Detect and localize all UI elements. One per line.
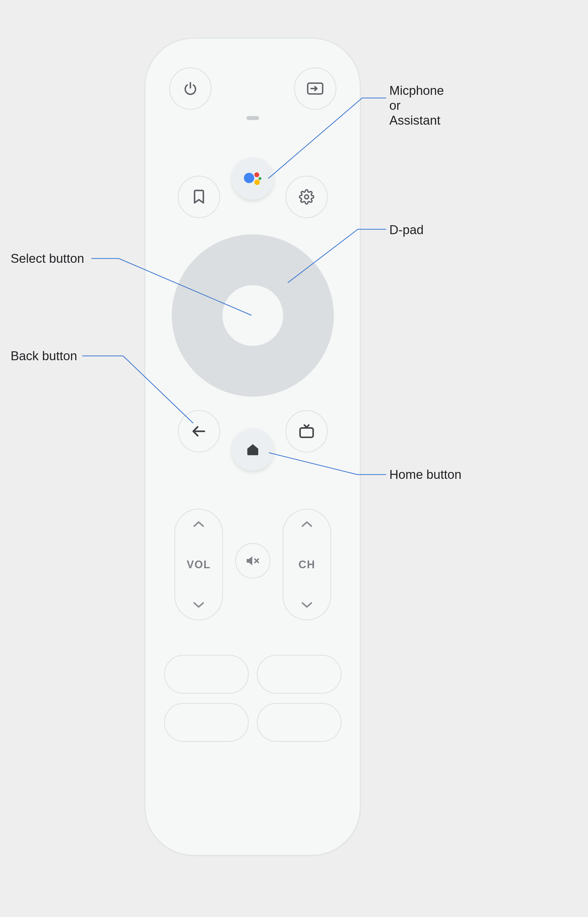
callout-back: Back button <box>11 348 77 363</box>
gear-icon <box>299 189 314 205</box>
channel-down-button[interactable] <box>283 601 330 609</box>
svg-point-5 <box>305 195 309 199</box>
tv-icon <box>299 423 315 439</box>
volume-down-button[interactable] <box>175 601 222 609</box>
select-button[interactable] <box>223 285 283 346</box>
back-button[interactable] <box>178 410 220 452</box>
d-pad[interactable] <box>172 235 334 397</box>
volume-up-button[interactable] <box>175 520 222 528</box>
home-button[interactable] <box>232 428 274 471</box>
assistant-button[interactable] <box>232 157 274 200</box>
chevron-up-icon <box>301 520 313 528</box>
remote-body: VOL CH <box>145 38 361 856</box>
settings-button[interactable] <box>286 176 328 218</box>
callout-mic: Micphone or Assistant <box>389 83 444 128</box>
home-icon <box>246 442 260 457</box>
channel-rocker: CH <box>283 509 331 621</box>
provider-button-4[interactable] <box>257 703 341 742</box>
svg-point-2 <box>255 173 259 177</box>
svg-point-4 <box>255 180 260 185</box>
volume-rocker: VOL <box>174 509 223 621</box>
mic-indicator <box>247 116 259 120</box>
input-button[interactable] <box>294 67 336 110</box>
callout-select: Select button <box>11 251 84 266</box>
channel-label: CH <box>299 559 315 571</box>
provider-button-3[interactable] <box>164 703 249 742</box>
chevron-up-icon <box>193 520 205 528</box>
volume-label: VOL <box>187 559 211 571</box>
callout-dpad: D-pad <box>389 222 424 237</box>
chevron-down-icon <box>193 601 205 609</box>
callout-home: Home button <box>389 467 462 482</box>
chevron-down-icon <box>301 601 313 609</box>
svg-point-1 <box>244 173 254 183</box>
provider-button-1[interactable] <box>164 655 249 694</box>
svg-rect-6 <box>300 428 313 437</box>
provider-button-2[interactable] <box>257 655 341 694</box>
google-assistant-icon <box>243 170 263 187</box>
bookmark-button[interactable] <box>178 176 220 218</box>
power-icon <box>183 81 198 96</box>
channel-up-button[interactable] <box>283 520 330 528</box>
tv-button[interactable] <box>286 410 328 452</box>
volume-mute-icon <box>246 555 260 567</box>
mute-button[interactable] <box>235 543 271 578</box>
input-source-icon <box>307 82 323 95</box>
arrow-left-icon <box>191 423 207 439</box>
svg-point-3 <box>258 177 262 180</box>
power-button[interactable] <box>169 67 212 110</box>
bookmark-icon <box>193 190 205 204</box>
